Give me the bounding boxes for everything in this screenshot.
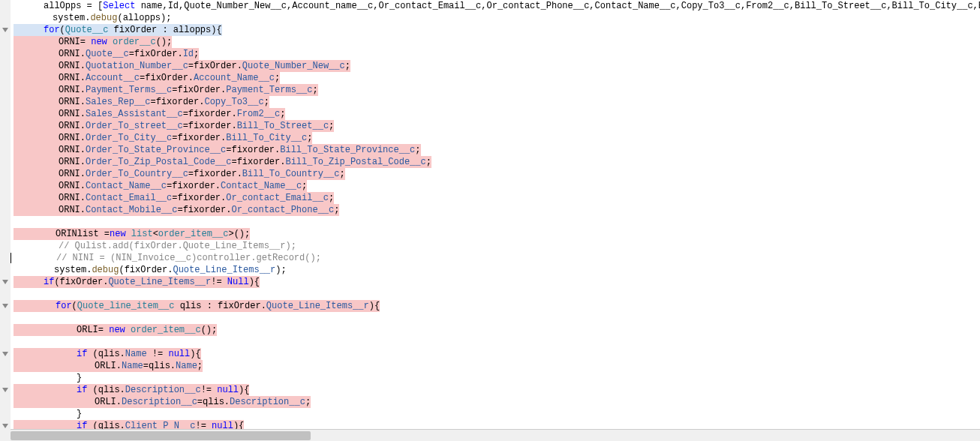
fold-toggle-icon[interactable] — [2, 280, 8, 284]
fold-toggle-icon[interactable] — [2, 352, 8, 356]
coverage-highlight: ORNI.Contact_Email__c=fixorder.Or_contac… — [14, 192, 334, 204]
fold-toggle-icon[interactable] — [2, 388, 8, 392]
code-line[interactable]: allOpps = [Select name,Id,Quote_Number_N… — [11, 0, 980, 12]
code-token: =fixorder. — [226, 145, 280, 155]
code-line[interactable] — [11, 336, 980, 348]
code-token: Order_To_State_Province__c — [86, 145, 226, 155]
code-line[interactable]: // Qulist.add(fixOrder.Quote_Line_Items_… — [11, 240, 980, 252]
code-line[interactable]: ORNI.Order_To_State_Province__c=fixorder… — [11, 144, 980, 156]
code-token: ORLI — [95, 361, 116, 371]
code-line[interactable]: ORNI.Sales_Assistant__c=fixorder.From2__… — [11, 108, 980, 120]
code-line[interactable]: system.debug(fixOrder.Quote_Line_Items__… — [11, 264, 980, 276]
code-token: (); — [201, 325, 218, 335]
code-editor[interactable]: allOpps = [Select name,Id,Quote_Number_N… — [0, 0, 980, 441]
code-token: Bill_To_Zip_Postal_Code__c — [285, 157, 425, 167]
code-line[interactable]: system.debug(allopps); — [11, 12, 980, 24]
code-token: Name — [125, 349, 147, 359]
code-token: =fixOrder. — [140, 73, 194, 83]
code-token: ORNI — [59, 109, 80, 119]
code-line[interactable]: ORNI.Quotation_Number__c=fixOrder.Quote_… — [11, 60, 980, 72]
coverage-highlight: ORNI.Quotation_Number__c=fixOrder.Quote_… — [14, 60, 350, 72]
coverage-highlight: ORNI.Order_To_City__c=fixorder.Bill_To_C… — [14, 132, 312, 144]
code-token: ORNI — [59, 61, 80, 71]
code-line[interactable]: ORNI.Sales_Rep__c=fixorder.Copy_To3__c; — [11, 96, 980, 108]
code-line[interactable]: if (qlis.Name != null){ — [11, 348, 980, 360]
code-token: Order_To_Country__c — [86, 169, 188, 179]
code-line[interactable]: } — [11, 408, 980, 420]
code-token: } — [77, 373, 82, 383]
code-token: Order_To_Zip_Postal_Code__c — [86, 157, 231, 167]
code-token: =fixorder. — [150, 97, 204, 107]
code-line[interactable]: ORNI= new order__c(); — [11, 36, 980, 48]
scrollbar-thumb[interactable] — [11, 431, 311, 440]
code-line[interactable]: } — [11, 372, 980, 384]
code-line[interactable]: ORLI.Name=qlis.Name; — [11, 360, 980, 372]
code-token: ){ — [369, 301, 380, 311]
code-token: for — [44, 25, 60, 35]
code-token — [126, 229, 131, 239]
code-line[interactable] — [11, 216, 980, 228]
code-token: Quote_Line_Items__r — [266, 301, 369, 311]
code-area[interactable]: allOpps = [Select name,Id,Quote_Number_N… — [11, 0, 980, 432]
code-token: // Qulist.add(fixOrder.Quote_Line_Items_… — [59, 241, 296, 251]
fold-toggle-icon[interactable] — [2, 424, 8, 428]
code-line[interactable]: ORNI.Order_To_Zip_Postal_Code__c=fixorde… — [11, 156, 980, 168]
code-line[interactable]: ORNI.Contact_Name__c=fixorder.Contact_Na… — [11, 180, 980, 192]
code-line[interactable]: ORNI.Payment_Terms__c=fixOrder.Payment_T… — [11, 84, 980, 96]
code-token: Select — [103, 1, 135, 11]
code-line[interactable] — [11, 288, 980, 300]
code-line[interactable]: ORNI.Order_To_City__c=fixorder.Bill_To_C… — [11, 132, 980, 144]
code-line[interactable]: ORLI.Description__c=qlis.Description__c; — [11, 396, 980, 408]
code-token: From2__c — [237, 109, 281, 119]
coverage-highlight: ORNI.Account__c=fixOrder.Account_Name__c… — [14, 72, 280, 84]
code-line[interactable]: ORNI.Order_To_Country__c=fixorder.Bill_T… — [11, 168, 980, 180]
code-token: . — [80, 85, 86, 95]
code-token: < — [153, 229, 158, 239]
code-line[interactable]: // NINI = (NIN_Invoice__c)controller.get… — [11, 252, 980, 264]
code-token: qlis : fixOrder. — [174, 301, 266, 311]
code-token: Contact_Mobile__c — [86, 205, 177, 215]
code-line[interactable]: if(fixOrder.Quote_Line_Items__r!= Null){ — [11, 276, 980, 288]
fold-toggle-icon[interactable] — [2, 304, 8, 308]
code-token: != — [211, 277, 227, 287]
code-token: ORLI — [95, 397, 116, 407]
fold-toggle-icon[interactable] — [2, 28, 8, 32]
horizontal-scrollbar[interactable] — [11, 429, 980, 441]
code-line[interactable]: ORNI.Contact_Email__c=fixorder.Or_contac… — [11, 192, 980, 204]
code-line[interactable]: ORINlist =new list<order_item__c>(); — [11, 228, 980, 240]
code-token: =fixOrder. — [188, 61, 242, 71]
code-token: Sales_Assistant__c — [86, 109, 183, 119]
code-token: Payment_Terms__c — [226, 85, 312, 95]
coverage-highlight: if (qlis.Description__c!= null){ — [14, 384, 249, 396]
code-token: . — [116, 361, 122, 371]
code-token: Quote_Number_New__c — [242, 61, 345, 71]
code-token: (fixOrder. — [54, 277, 108, 287]
code-line[interactable]: ORNI.Order_To_street__c=fixorder.Bill_To… — [11, 120, 980, 132]
code-token: ){ — [190, 349, 200, 359]
coverage-highlight: ORINlist =new list<order_item__c>(); — [14, 228, 250, 240]
code-token: null — [168, 349, 190, 359]
code-token: Contact_Name__c — [221, 181, 302, 191]
coverage-highlight: ORNI.Contact_Mobile__c=fixorder.Or_conta… — [14, 204, 339, 216]
code-line[interactable]: for(Quote_line_item__c qlis : fixOrder.Q… — [11, 300, 980, 312]
coverage-highlight: ORNI.Payment_Terms__c=fixOrder.Payment_T… — [14, 84, 318, 96]
code-line[interactable]: ORLI= new order_item__c(); — [11, 324, 980, 336]
code-token: if — [77, 385, 87, 395]
code-line[interactable]: for(Quote__c fixOrder : allopps){ — [11, 24, 980, 36]
code-token: =fixorder. — [188, 169, 242, 179]
code-line[interactable] — [11, 312, 980, 324]
code-line[interactable]: if (qlis.Description__c!= null){ — [11, 384, 980, 396]
code-token: ; — [197, 361, 203, 371]
code-token: =fixorder. — [172, 193, 226, 203]
code-token: != — [147, 349, 169, 359]
coverage-highlight: if(fixOrder.Quote_Line_Items__r!= Null){ — [14, 276, 260, 288]
code-line[interactable]: ORNI.Quote__c=fixOrder.Id; — [11, 48, 980, 60]
code-token: name,Id,Quote_Number_New__c,Account_name… — [135, 1, 980, 11]
code-line[interactable]: ORNI.Contact_Mobile__c=fixorder.Or_conta… — [11, 204, 980, 216]
code-token: . — [116, 397, 122, 407]
code-token: ( — [60, 25, 65, 35]
code-token: Description__c — [125, 385, 201, 395]
code-token: ; — [305, 397, 311, 407]
code-token: debug — [90, 13, 117, 23]
code-line[interactable]: ORNI.Account__c=fixOrder.Account_Name__c… — [11, 72, 980, 84]
